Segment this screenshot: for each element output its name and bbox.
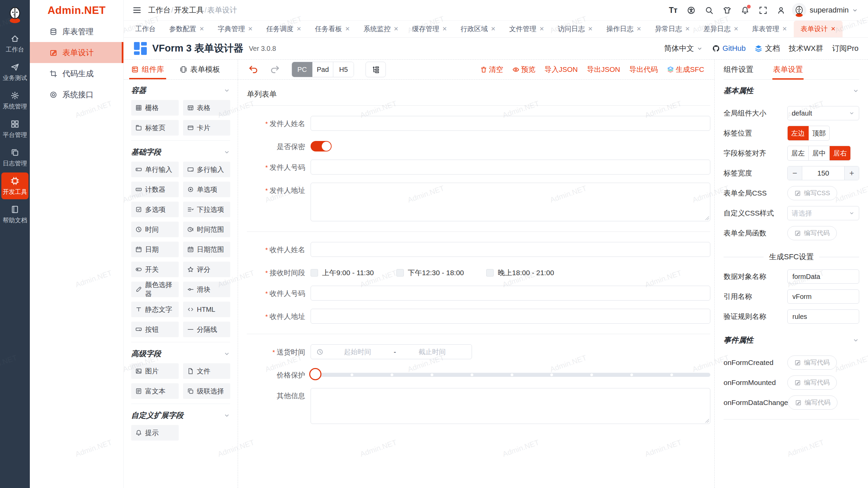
textarea-input[interactable] [311, 183, 710, 221]
menu-collapse-icon[interactable] [133, 6, 141, 15]
profile-icon[interactable] [777, 6, 785, 15]
edit-code-button[interactable]: 编写代码 [787, 355, 837, 370]
text-input[interactable]: rules [787, 309, 859, 324]
text-input[interactable] [311, 309, 710, 324]
action-清空[interactable]: 清空 [480, 65, 503, 74]
segment-居左[interactable]: 居左 [788, 146, 809, 160]
sidebar-item-库表管理[interactable]: 库表管理 [30, 21, 123, 42]
sidebar-item-系统接口[interactable]: 系统接口 [30, 84, 123, 105]
link-GitHub[interactable]: GitHub [712, 44, 746, 53]
rail-item-日志管理[interactable]: 日志管理 [1, 144, 28, 171]
resize-grip[interactable] [705, 216, 709, 220]
widget-提示[interactable]: 提示 [131, 425, 179, 441]
widget-静态文字[interactable]: 静态文字 [131, 302, 179, 317]
rail-item-开发工具[interactable]: 开发工具 [1, 172, 28, 199]
widget-评分[interactable]: 评分 [183, 262, 231, 277]
settings-tab-组件设置[interactable]: 组件设置 [724, 60, 753, 79]
text-input[interactable] [311, 160, 710, 175]
widget-多选项[interactable]: 多选项 [131, 202, 179, 217]
text-input[interactable]: formData [787, 269, 859, 284]
edit-code-button[interactable]: 编写CSS [787, 186, 837, 200]
page-tab-系统监控[interactable]: 系统监控✕ [357, 21, 405, 37]
text-input[interactable] [311, 116, 710, 131]
notifications-button[interactable] [741, 6, 749, 15]
segment-左边[interactable]: 左边 [788, 126, 809, 140]
page-tab-文件管理[interactable]: 文件管理✕ [502, 21, 551, 37]
widget-富文本[interactable]: 富文本 [131, 383, 179, 399]
widget-日期[interactable]: 日期 [131, 242, 179, 257]
widget-卡片[interactable]: 卡片 [183, 120, 231, 136]
device-Pad[interactable]: Pad [313, 62, 333, 77]
breadcrumb-item[interactable]: 表单设计 [207, 5, 237, 15]
edit-code-button[interactable]: 编写代码 [787, 375, 837, 390]
widget-HTML[interactable]: HTML [183, 302, 231, 317]
widget-滑块[interactable]: 滑块 [183, 282, 231, 297]
checkbox-box[interactable] [486, 269, 494, 277]
checkbox-option[interactable]: 晚上18:00 - 21:00 [486, 268, 554, 278]
theme-icon[interactable] [723, 6, 731, 15]
rail-item-系统管理[interactable]: 系统管理 [1, 87, 28, 114]
close-icon[interactable]: ✕ [199, 26, 204, 32]
widget-级联选择[interactable]: 级联选择 [183, 383, 231, 399]
widget-标签页[interactable]: 标签页 [131, 120, 179, 136]
redo-icon[interactable] [270, 64, 280, 75]
node-tree-button[interactable] [366, 62, 386, 77]
close-icon[interactable]: ✕ [782, 26, 787, 32]
select-input[interactable]: 请选择 [787, 206, 859, 220]
page-tab-差异日志[interactable]: 差异日志✕ [697, 21, 745, 37]
widget-颜色选择器[interactable]: 颜色选择器 [131, 282, 179, 297]
font-size-icon[interactable]: Tт [669, 6, 677, 14]
slider-handle[interactable] [309, 368, 321, 380]
text-input[interactable] [311, 286, 710, 301]
edit-code-button[interactable]: 编写代码 [788, 395, 837, 410]
page-tab-访问日志[interactable]: 访问日志✕ [551, 21, 599, 37]
rail-item-工作台[interactable]: 工作台 [1, 30, 28, 57]
settings-tab-表单设置[interactable]: 表单设置 [773, 60, 803, 79]
close-icon[interactable]: ✕ [248, 26, 253, 32]
widget-单行输入[interactable]: 单行输入 [131, 162, 179, 177]
edit-code-button[interactable]: 编写代码 [787, 226, 837, 240]
close-icon[interactable]: ✕ [491, 26, 496, 32]
close-icon[interactable]: ✕ [442, 26, 447, 32]
page-tab-库表管理[interactable]: 库表管理✕ [745, 21, 794, 37]
widget-日期范围[interactable]: 日期范围 [183, 242, 231, 257]
text-input[interactable]: vForm [787, 289, 859, 304]
widget-图片[interactable]: 图片 [131, 363, 179, 379]
widget-按钮[interactable]: 按钮 [131, 322, 179, 337]
section-event-props[interactable]: 事件属性 [724, 330, 859, 350]
widget-栅格[interactable]: 栅格 [131, 100, 179, 116]
text-input[interactable] [311, 242, 710, 257]
close-icon[interactable]: ✕ [636, 26, 641, 32]
action-预览[interactable]: 预览 [512, 65, 535, 74]
widget-section-header[interactable]: 高级字段 [131, 344, 230, 363]
language-selector[interactable]: 简体中文 [664, 43, 703, 54]
segment-居右[interactable]: 居右 [830, 146, 850, 160]
close-icon[interactable]: ✕ [394, 26, 398, 32]
widget-section-header[interactable]: 基础字段 [131, 143, 230, 162]
page-tab-任务调度[interactable]: 任务调度✕ [260, 21, 308, 37]
rail-item-业务测试[interactable]: 业务测试 [1, 59, 28, 85]
language-icon[interactable] [687, 6, 695, 15]
widget-分隔线[interactable]: 分隔线 [183, 322, 231, 337]
link-技术WX群[interactable]: 技术WX群 [789, 43, 823, 54]
segment-居中[interactable]: 居中 [809, 146, 830, 160]
widget-开关[interactable]: 开关 [131, 262, 179, 277]
widget-section-header[interactable]: 容器 [131, 81, 230, 100]
select-input[interactable]: default [787, 106, 859, 120]
widget-时间[interactable]: 时间 [131, 222, 179, 237]
close-icon[interactable]: ✕ [588, 26, 593, 32]
close-icon[interactable]: ✕ [734, 26, 738, 32]
rail-item-平台管理[interactable]: 平台管理 [1, 116, 28, 142]
panel-tab-表单模板[interactable]: 表单模板 [180, 60, 220, 79]
section-basic-props[interactable]: 基本属性 [724, 81, 859, 101]
page-tab-参数配置[interactable]: 参数配置✕ [162, 21, 211, 37]
widget-表格[interactable]: 表格 [183, 100, 231, 116]
device-H5[interactable]: H5 [333, 62, 354, 77]
textarea-input[interactable] [311, 388, 710, 424]
undo-icon[interactable] [248, 64, 258, 75]
action-导出JSON[interactable]: 导出JSON [587, 65, 620, 74]
close-icon[interactable]: ✕ [685, 26, 690, 32]
checkbox-box[interactable] [311, 269, 318, 277]
user-menu[interactable]: superadmin [792, 3, 858, 17]
close-icon[interactable]: ✕ [297, 26, 301, 32]
